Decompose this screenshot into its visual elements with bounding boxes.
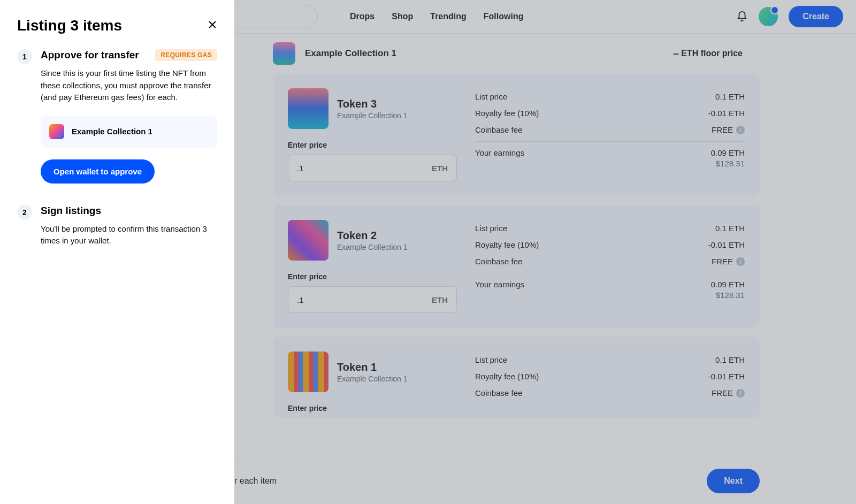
step-number-1: 1	[17, 49, 32, 64]
step1-desc: Since this is your first time listing th…	[41, 67, 217, 104]
collection-box-thumb	[49, 124, 64, 139]
step2-title: Sign listings	[41, 205, 217, 217]
listing-side-panel: Listing 3 items 1 Approve for transfer R…	[0, 0, 234, 504]
panel-title: Listing 3 items	[17, 17, 122, 34]
close-icon	[208, 20, 217, 29]
step1-title: Approve for transfer	[41, 49, 139, 61]
close-button[interactable]	[208, 20, 217, 32]
open-wallet-button[interactable]: Open wallet to approve	[41, 159, 155, 184]
step-number-2: 2	[17, 205, 32, 220]
gas-badge: REQUIRES GAS	[155, 49, 217, 61]
modal-overlay	[234, 0, 856, 504]
approve-collection-box: Example Collection 1	[41, 116, 217, 148]
collection-box-name: Example Collection 1	[72, 127, 152, 136]
step2-desc: You'll be prompted to confirm this trans…	[41, 223, 217, 247]
